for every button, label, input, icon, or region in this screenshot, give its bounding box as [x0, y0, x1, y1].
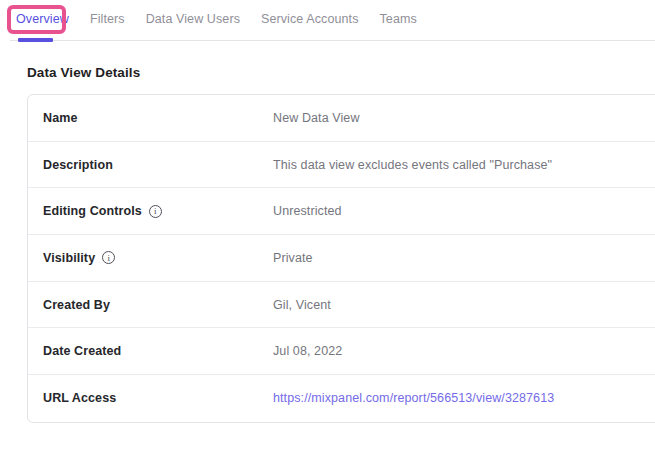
row-value: New Data View	[273, 111, 360, 125]
active-tab-indicator	[18, 38, 53, 42]
tab-overview[interactable]: Overview	[16, 12, 69, 26]
table-row-created-by: Created By Gil, Vicent	[28, 282, 655, 329]
row-label: Name	[28, 111, 273, 125]
data-view-url-link[interactable]: https://mixpanel.com/report/566513/view/…	[273, 391, 554, 405]
row-label: Visibility i	[28, 251, 273, 265]
row-value: Private	[273, 251, 313, 265]
tab-service-accounts[interactable]: Service Accounts	[261, 12, 358, 26]
table-row-description: Description This data view excludes even…	[28, 142, 655, 189]
row-value: https://mixpanel.com/report/566513/view/…	[273, 391, 554, 405]
row-label-text: Description	[43, 158, 113, 172]
table-row-visibility: Visibility i Private	[28, 235, 655, 282]
row-label-text: URL Access	[43, 391, 116, 405]
info-icon[interactable]: i	[149, 205, 162, 218]
row-label: Description	[28, 158, 273, 172]
row-label-text: Editing Controls	[43, 204, 142, 218]
tab-filters[interactable]: Filters	[90, 12, 125, 26]
row-label: Editing Controls i	[28, 204, 273, 218]
row-label-text: Name	[43, 111, 77, 125]
table-row-editing-controls: Editing Controls i Unrestricted	[28, 188, 655, 235]
row-label: Created By	[28, 298, 273, 312]
tab-teams[interactable]: Teams	[379, 12, 416, 26]
info-icon[interactable]: i	[102, 251, 115, 264]
row-label: Date Created	[28, 344, 273, 358]
tab-bar: Overview Filters Data View Users Service…	[0, 0, 655, 41]
row-value: Gil, Vicent	[273, 298, 331, 312]
table-row-url-access: URL Access https://mixpanel.com/report/5…	[28, 375, 655, 422]
tabbar-divider	[10, 40, 655, 41]
table-row-name: Name New Data View	[28, 95, 655, 142]
row-label: URL Access	[28, 391, 273, 405]
row-label-text: Visibility	[43, 251, 95, 265]
tabs: Overview Filters Data View Users Service…	[16, 12, 438, 26]
table-row-date-created: Date Created Jul 08, 2022	[28, 328, 655, 375]
page-title: Data View Details	[27, 65, 140, 80]
tab-data-view-users[interactable]: Data View Users	[146, 12, 240, 26]
row-value: Jul 08, 2022	[273, 344, 342, 358]
row-label-text: Date Created	[43, 344, 121, 358]
row-value: This data view excludes events called "P…	[273, 158, 552, 172]
data-view-details-card: Name New Data View Description This data…	[27, 94, 655, 423]
row-value: Unrestricted	[273, 204, 342, 218]
row-label-text: Created By	[43, 298, 110, 312]
